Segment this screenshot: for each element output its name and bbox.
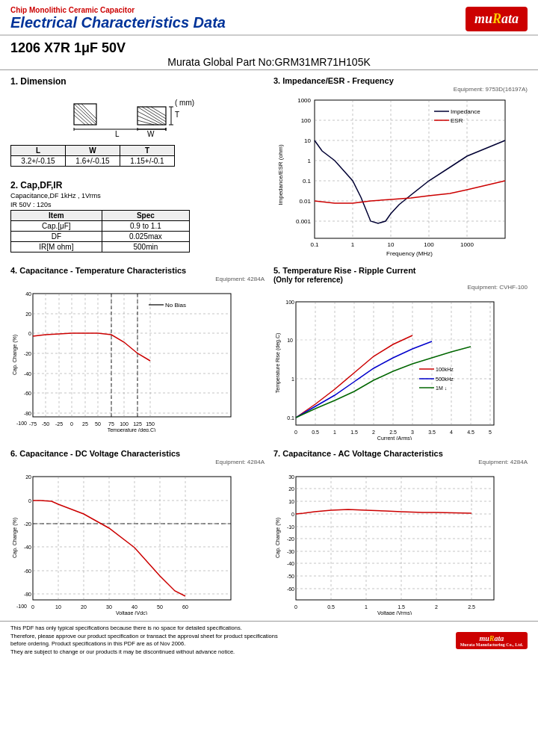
header-subtitle: Chip Monolithic Ceramic Capacitor <box>10 6 226 14</box>
svg-text:ESR: ESR <box>451 117 463 124</box>
cap-temp-svg: 40 20 0 -20 -40 -60 -80 -100 -75 -50 -25… <box>10 282 242 432</box>
svg-text:-50: -50 <box>287 574 294 579</box>
impedance-svg: 1000 100 10 1 0.1 0.01 0.001 0.1 1 10 10… <box>273 93 520 257</box>
svg-text:0.1: 0.1 <box>310 241 319 248</box>
svg-text:10: 10 <box>304 137 311 144</box>
section6-title: 6. Capacitance - DC Voltage Characterist… <box>10 449 265 458</box>
part-number: 1206 X7R 1μF 50V <box>10 40 528 56</box>
svg-text:-20: -20 <box>24 521 31 527</box>
section4-title: 4. Capacitance - Temperature Characteris… <box>10 266 265 275</box>
svg-text:Temperature Rise (deg.C): Temperature Rise (deg.C) <box>275 333 281 394</box>
dim-header-w: W <box>66 146 120 156</box>
cap-ac-chart: 30 20 10 0 -10 -20 -30 -40 -50 -60 0 0.5… <box>273 465 528 615</box>
svg-text:0: 0 <box>31 604 34 610</box>
spec-row-0-spec: 0.9 to 1.1 <box>102 221 189 232</box>
spec-row-1-spec: 0.025max <box>102 232 189 242</box>
svg-text:30: 30 <box>288 474 294 480</box>
svg-text:1: 1 <box>351 241 355 248</box>
svg-text:-60: -60 <box>24 391 31 396</box>
spec-row-2-item: IR[M ohm] <box>11 242 102 252</box>
svg-line-12 <box>137 111 163 125</box>
murata-logo: muRata <box>466 7 528 31</box>
svg-text:75: 75 <box>108 421 114 427</box>
svg-text:2: 2 <box>372 430 375 435</box>
svg-text:Cap. Change (%): Cap. Change (%) <box>12 518 18 558</box>
svg-text:1: 1 <box>308 158 312 164</box>
footer: This PDF has only typical specifications… <box>0 621 538 659</box>
svg-text:0: 0 <box>294 604 297 610</box>
svg-text:Frequency (MHz): Frequency (MHz) <box>386 250 433 257</box>
svg-text:2.5: 2.5 <box>389 430 397 435</box>
svg-text:-10: -10 <box>287 524 294 530</box>
spec-header-item: Item <box>11 211 102 221</box>
section3-equipment: Equipment: 9753D(16197A) <box>273 86 528 93</box>
svg-text:2.5: 2.5 <box>468 604 475 610</box>
section5-subtitle: (Only for reference) <box>273 276 528 284</box>
svg-text:100: 100 <box>285 300 294 305</box>
svg-text:100kHz: 100kHz <box>436 367 454 372</box>
svg-text:20: 20 <box>25 312 31 317</box>
dimension-svg: T W L ( mm) <box>63 90 212 141</box>
svg-text:-50: -50 <box>42 421 49 427</box>
spec-note2: IR 50V : 120s <box>10 201 265 208</box>
svg-text:20: 20 <box>81 604 87 610</box>
dim-value-t: 1.15+/-0.1 <box>120 156 175 167</box>
svg-text:-100: -100 <box>16 604 27 609</box>
svg-line-10 <box>146 107 166 119</box>
dimension-table: L W T 3.2+/-0.15 1.6+/-0.15 1.15+/-0.1 <box>10 145 175 167</box>
svg-text:100: 100 <box>301 117 312 124</box>
svg-text:100: 100 <box>424 241 434 248</box>
footer-logo-area: muRata Murata Manufacturing Co., Ltd. <box>456 632 528 649</box>
footer-logo-subtitle: Murata Manufacturing Co., Ltd. <box>460 642 523 647</box>
svg-text:1000: 1000 <box>460 241 474 248</box>
svg-text:30: 30 <box>106 604 112 610</box>
svg-text:100: 100 <box>120 421 129 427</box>
svg-text:10: 10 <box>288 499 294 504</box>
svg-text:T: T <box>175 111 179 119</box>
svg-text:40: 40 <box>132 604 137 610</box>
cap-dc-chart: 20 0 -20 -40 -60 -80 -100 0 10 20 30 40 … <box>10 465 265 615</box>
section3-title: 3. Impedance/ESR - Frequency <box>273 76 528 85</box>
section-cap-ac: 7. Capacitance - AC Voltage Characterist… <box>270 446 531 618</box>
svg-rect-97 <box>296 302 494 425</box>
svg-text:-40: -40 <box>24 371 31 377</box>
svg-text:-80: -80 <box>24 411 31 416</box>
spec-row-2-spec: 500min <box>102 242 189 252</box>
svg-text:20: 20 <box>25 474 31 480</box>
svg-text:0.001: 0.001 <box>296 218 312 225</box>
spec-table: Item Spec Cap.[μF] 0.9 to 1.1 DF 0.025ma… <box>10 210 190 252</box>
section7-title: 7. Capacitance - AC Voltage Characterist… <box>273 449 528 458</box>
svg-text:1: 1 <box>291 377 294 382</box>
svg-text:500kHz: 500kHz <box>436 377 454 382</box>
svg-text:0.5: 0.5 <box>327 604 335 610</box>
svg-text:0: 0 <box>294 430 297 435</box>
svg-text:10: 10 <box>55 604 61 610</box>
temp-ripple-chart: 100 1 0.1 10 0 0.5 1 1.5 2 2.5 3 3.5 4 4… <box>273 291 528 440</box>
svg-rect-57 <box>33 294 231 417</box>
impedance-chart: 1000 100 10 1 0.1 0.01 0.001 0.1 1 10 10… <box>273 93 528 257</box>
section5-equipment: Equipment: CVHF-100 <box>273 284 528 291</box>
svg-text:-75: -75 <box>29 421 37 427</box>
svg-text:1.5: 1.5 <box>398 604 405 610</box>
spec-header-spec: Spec <box>102 211 189 221</box>
cap-dc-svg: 20 0 -20 -40 -60 -80 -100 0 10 20 30 40 … <box>10 465 242 615</box>
svg-text:150: 150 <box>146 421 155 427</box>
section-cap-df-ir: 2. Cap,DF,IR Capacitance,DF 1kHz , 1Vrms… <box>7 177 268 260</box>
svg-rect-28 <box>315 100 505 238</box>
svg-text:40: 40 <box>25 291 31 297</box>
svg-text:1: 1 <box>365 604 368 610</box>
svg-text:3: 3 <box>411 430 414 435</box>
svg-text:( mm): ( mm) <box>175 99 194 107</box>
svg-text:-100: -100 <box>16 421 27 426</box>
svg-text:No Bias: No Bias <box>165 302 186 309</box>
section5-title: 5. Temperature Rise - Ripple Current <box>273 266 528 275</box>
svg-text:4.5: 4.5 <box>467 430 474 435</box>
svg-text:5: 5 <box>489 430 492 435</box>
svg-rect-162 <box>296 477 494 600</box>
svg-text:20: 20 <box>288 486 294 492</box>
footer-murata-logo: muRata Murata Manufacturing Co., Ltd. <box>456 632 528 649</box>
section6-equipment: Equipment: 4284A <box>10 459 265 465</box>
svg-text:-80: -80 <box>24 592 31 597</box>
cap-temp-chart: 40 20 0 -20 -40 -60 -80 -100 -75 -50 -25… <box>10 282 265 432</box>
header: Chip Monolithic Ceramic Capacitor Electr… <box>0 0 538 36</box>
